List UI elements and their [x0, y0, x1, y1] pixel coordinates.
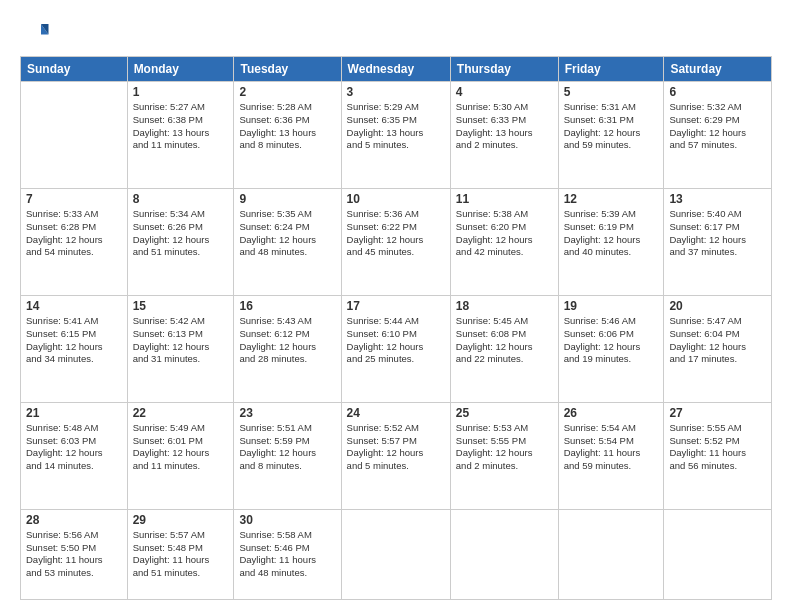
logo-icon	[20, 18, 50, 48]
day-cell	[558, 509, 664, 599]
weekday-header-saturday: Saturday	[664, 57, 772, 82]
weekday-header-tuesday: Tuesday	[234, 57, 341, 82]
day-cell: 6Sunrise: 5:32 AM Sunset: 6:29 PM Daylig…	[664, 82, 772, 189]
day-number: 17	[347, 299, 445, 313]
day-cell	[664, 509, 772, 599]
day-cell	[21, 82, 128, 189]
day-info: Sunrise: 5:40 AM Sunset: 6:17 PM Dayligh…	[669, 208, 766, 259]
day-info: Sunrise: 5:27 AM Sunset: 6:38 PM Dayligh…	[133, 101, 229, 152]
calendar-page: SundayMondayTuesdayWednesdayThursdayFrid…	[0, 0, 792, 612]
weekday-header-friday: Friday	[558, 57, 664, 82]
weekday-header-wednesday: Wednesday	[341, 57, 450, 82]
day-info: Sunrise: 5:52 AM Sunset: 5:57 PM Dayligh…	[347, 422, 445, 473]
day-cell: 2Sunrise: 5:28 AM Sunset: 6:36 PM Daylig…	[234, 82, 341, 189]
day-number: 25	[456, 406, 553, 420]
day-cell: 1Sunrise: 5:27 AM Sunset: 6:38 PM Daylig…	[127, 82, 234, 189]
week-row-2: 14Sunrise: 5:41 AM Sunset: 6:15 PM Dayli…	[21, 295, 772, 402]
day-number: 26	[564, 406, 659, 420]
day-number: 9	[239, 192, 335, 206]
day-cell: 29Sunrise: 5:57 AM Sunset: 5:48 PM Dayli…	[127, 509, 234, 599]
day-number: 15	[133, 299, 229, 313]
day-info: Sunrise: 5:30 AM Sunset: 6:33 PM Dayligh…	[456, 101, 553, 152]
calendar-table: SundayMondayTuesdayWednesdayThursdayFrid…	[20, 56, 772, 600]
day-info: Sunrise: 5:47 AM Sunset: 6:04 PM Dayligh…	[669, 315, 766, 366]
day-cell: 16Sunrise: 5:43 AM Sunset: 6:12 PM Dayli…	[234, 295, 341, 402]
day-number: 28	[26, 513, 122, 527]
day-info: Sunrise: 5:39 AM Sunset: 6:19 PM Dayligh…	[564, 208, 659, 259]
day-cell	[341, 509, 450, 599]
day-number: 7	[26, 192, 122, 206]
day-cell: 19Sunrise: 5:46 AM Sunset: 6:06 PM Dayli…	[558, 295, 664, 402]
day-cell: 17Sunrise: 5:44 AM Sunset: 6:10 PM Dayli…	[341, 295, 450, 402]
day-number: 19	[564, 299, 659, 313]
day-cell: 3Sunrise: 5:29 AM Sunset: 6:35 PM Daylig…	[341, 82, 450, 189]
day-number: 29	[133, 513, 229, 527]
day-info: Sunrise: 5:58 AM Sunset: 5:46 PM Dayligh…	[239, 529, 335, 580]
day-number: 13	[669, 192, 766, 206]
day-cell: 21Sunrise: 5:48 AM Sunset: 6:03 PM Dayli…	[21, 402, 128, 509]
day-cell: 10Sunrise: 5:36 AM Sunset: 6:22 PM Dayli…	[341, 188, 450, 295]
day-info: Sunrise: 5:48 AM Sunset: 6:03 PM Dayligh…	[26, 422, 122, 473]
day-cell: 5Sunrise: 5:31 AM Sunset: 6:31 PM Daylig…	[558, 82, 664, 189]
day-info: Sunrise: 5:38 AM Sunset: 6:20 PM Dayligh…	[456, 208, 553, 259]
day-number: 4	[456, 85, 553, 99]
day-number: 2	[239, 85, 335, 99]
day-info: Sunrise: 5:28 AM Sunset: 6:36 PM Dayligh…	[239, 101, 335, 152]
day-number: 18	[456, 299, 553, 313]
day-number: 5	[564, 85, 659, 99]
day-info: Sunrise: 5:34 AM Sunset: 6:26 PM Dayligh…	[133, 208, 229, 259]
weekday-header-sunday: Sunday	[21, 57, 128, 82]
day-cell: 11Sunrise: 5:38 AM Sunset: 6:20 PM Dayli…	[450, 188, 558, 295]
day-cell: 22Sunrise: 5:49 AM Sunset: 6:01 PM Dayli…	[127, 402, 234, 509]
day-cell: 4Sunrise: 5:30 AM Sunset: 6:33 PM Daylig…	[450, 82, 558, 189]
week-row-0: 1Sunrise: 5:27 AM Sunset: 6:38 PM Daylig…	[21, 82, 772, 189]
day-info: Sunrise: 5:57 AM Sunset: 5:48 PM Dayligh…	[133, 529, 229, 580]
day-cell: 20Sunrise: 5:47 AM Sunset: 6:04 PM Dayli…	[664, 295, 772, 402]
day-cell: 23Sunrise: 5:51 AM Sunset: 5:59 PM Dayli…	[234, 402, 341, 509]
day-number: 1	[133, 85, 229, 99]
day-number: 14	[26, 299, 122, 313]
day-cell: 13Sunrise: 5:40 AM Sunset: 6:17 PM Dayli…	[664, 188, 772, 295]
day-cell: 14Sunrise: 5:41 AM Sunset: 6:15 PM Dayli…	[21, 295, 128, 402]
day-cell: 30Sunrise: 5:58 AM Sunset: 5:46 PM Dayli…	[234, 509, 341, 599]
day-cell: 7Sunrise: 5:33 AM Sunset: 6:28 PM Daylig…	[21, 188, 128, 295]
day-info: Sunrise: 5:43 AM Sunset: 6:12 PM Dayligh…	[239, 315, 335, 366]
day-number: 20	[669, 299, 766, 313]
day-number: 12	[564, 192, 659, 206]
day-cell: 12Sunrise: 5:39 AM Sunset: 6:19 PM Dayli…	[558, 188, 664, 295]
day-cell: 28Sunrise: 5:56 AM Sunset: 5:50 PM Dayli…	[21, 509, 128, 599]
day-cell: 27Sunrise: 5:55 AM Sunset: 5:52 PM Dayli…	[664, 402, 772, 509]
weekday-header-thursday: Thursday	[450, 57, 558, 82]
day-info: Sunrise: 5:54 AM Sunset: 5:54 PM Dayligh…	[564, 422, 659, 473]
day-info: Sunrise: 5:46 AM Sunset: 6:06 PM Dayligh…	[564, 315, 659, 366]
day-info: Sunrise: 5:31 AM Sunset: 6:31 PM Dayligh…	[564, 101, 659, 152]
weekday-header-monday: Monday	[127, 57, 234, 82]
day-number: 11	[456, 192, 553, 206]
day-number: 10	[347, 192, 445, 206]
day-cell: 15Sunrise: 5:42 AM Sunset: 6:13 PM Dayli…	[127, 295, 234, 402]
day-info: Sunrise: 5:32 AM Sunset: 6:29 PM Dayligh…	[669, 101, 766, 152]
day-info: Sunrise: 5:53 AM Sunset: 5:55 PM Dayligh…	[456, 422, 553, 473]
day-cell: 24Sunrise: 5:52 AM Sunset: 5:57 PM Dayli…	[341, 402, 450, 509]
day-cell: 18Sunrise: 5:45 AM Sunset: 6:08 PM Dayli…	[450, 295, 558, 402]
week-row-1: 7Sunrise: 5:33 AM Sunset: 6:28 PM Daylig…	[21, 188, 772, 295]
day-cell: 9Sunrise: 5:35 AM Sunset: 6:24 PM Daylig…	[234, 188, 341, 295]
day-cell: 8Sunrise: 5:34 AM Sunset: 6:26 PM Daylig…	[127, 188, 234, 295]
week-row-4: 28Sunrise: 5:56 AM Sunset: 5:50 PM Dayli…	[21, 509, 772, 599]
day-number: 22	[133, 406, 229, 420]
day-info: Sunrise: 5:41 AM Sunset: 6:15 PM Dayligh…	[26, 315, 122, 366]
day-info: Sunrise: 5:55 AM Sunset: 5:52 PM Dayligh…	[669, 422, 766, 473]
day-cell	[450, 509, 558, 599]
day-number: 21	[26, 406, 122, 420]
week-row-3: 21Sunrise: 5:48 AM Sunset: 6:03 PM Dayli…	[21, 402, 772, 509]
day-info: Sunrise: 5:44 AM Sunset: 6:10 PM Dayligh…	[347, 315, 445, 366]
header	[20, 18, 772, 48]
day-number: 24	[347, 406, 445, 420]
day-info: Sunrise: 5:51 AM Sunset: 5:59 PM Dayligh…	[239, 422, 335, 473]
day-number: 23	[239, 406, 335, 420]
day-number: 16	[239, 299, 335, 313]
day-number: 6	[669, 85, 766, 99]
day-cell: 26Sunrise: 5:54 AM Sunset: 5:54 PM Dayli…	[558, 402, 664, 509]
day-info: Sunrise: 5:36 AM Sunset: 6:22 PM Dayligh…	[347, 208, 445, 259]
day-info: Sunrise: 5:45 AM Sunset: 6:08 PM Dayligh…	[456, 315, 553, 366]
